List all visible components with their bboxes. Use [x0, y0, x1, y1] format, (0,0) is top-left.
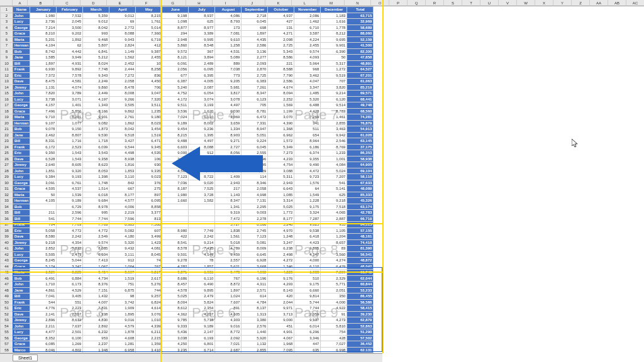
data-cell[interactable]: 7,095	[268, 347, 294, 353]
col-K[interactable]: K	[265, 0, 292, 6]
data-cell[interactable]: 1,897	[242, 31, 268, 37]
data-cell[interactable]: 6,383	[242, 79, 268, 85]
data-cell[interactable]: 767	[215, 275, 242, 282]
data-cell[interactable]: 9,610	[215, 36, 242, 43]
data-cell[interactable]: 7,269	[294, 114, 321, 121]
data-cell[interactable]: 56,541	[347, 251, 374, 258]
data-cell[interactable]: 5,920	[242, 335, 268, 341]
data-cell[interactable]: 705	[242, 102, 268, 109]
data-cell[interactable]: 3,560	[321, 251, 347, 258]
data-cell[interactable]: 294	[162, 31, 189, 37]
data-cell[interactable]: 2,278	[242, 216, 268, 222]
data-cell[interactable]: Jane	[13, 132, 30, 138]
data-cell[interactable]: 1,572	[268, 138, 294, 145]
data-cell[interactable]: 6,643	[268, 186, 294, 192]
data-cell[interactable]: 5,058	[30, 228, 57, 234]
data-cell[interactable]: 211	[30, 210, 57, 216]
data-cell[interactable]: 9,544	[109, 144, 136, 150]
data-cell[interactable]: 1,183	[321, 13, 347, 19]
data-cell[interactable]: 63,145	[347, 138, 374, 145]
data-cell[interactable]: 6,928	[242, 258, 268, 264]
data-cell[interactable]: 1,853	[109, 168, 136, 174]
data-cell[interactable]	[162, 210, 189, 216]
data-cell[interactable]: 2,725	[242, 72, 268, 79]
data-cell[interactable]: 367	[189, 48, 215, 55]
data-cell[interactable]: 9,785	[162, 317, 189, 324]
data-cell[interactable]: 1,660	[162, 198, 189, 204]
data-cell[interactable]: 1,772	[268, 210, 294, 216]
data-cell[interactable]: 4,579	[109, 323, 136, 329]
data-cell[interactable]: 1,272	[321, 67, 347, 73]
data-cell[interactable]: 9,459	[215, 251, 242, 258]
data-cell[interactable]: 78	[189, 258, 215, 264]
col-AB[interactable]: AB	[608, 0, 626, 6]
data-cell[interactable]: 1,313	[242, 311, 268, 317]
data-cell[interactable]: 541	[30, 216, 57, 222]
data-cell[interactable]: 8,964	[294, 138, 321, 145]
data-cell[interactable]: 2,718	[242, 13, 268, 19]
data-cell[interactable]: 8,612	[162, 305, 189, 312]
data-cell[interactable]: 7,744	[294, 305, 321, 312]
data-cell[interactable]: 5,311	[268, 174, 294, 180]
data-cell[interactable]: 3,247	[268, 239, 294, 246]
data-cell[interactable]: 2,745	[242, 228, 268, 234]
data-cell[interactable]: 3,078	[215, 96, 242, 102]
data-cell[interactable]: 2,586	[242, 43, 268, 49]
data-cell[interactable]: 3,166	[83, 108, 109, 114]
data-cell[interactable]	[162, 204, 189, 210]
data-cell[interactable]: 3,463	[321, 126, 347, 133]
data-cell[interactable]: 9,345	[136, 144, 162, 150]
data-cell[interactable]: Lucy	[13, 96, 30, 102]
data-cell[interactable]: 85,219	[347, 84, 374, 90]
col-G[interactable]: G	[160, 0, 186, 6]
sheet-tabs-bar[interactable]: Sheet1	[0, 353, 382, 362]
data-cell[interactable]: 1,401	[57, 102, 83, 109]
data-cell[interactable]: 8,094	[268, 90, 294, 97]
data-cell[interactable]: 7,703	[83, 222, 109, 228]
data-cell[interactable]: 9,023	[136, 174, 162, 180]
data-cell[interactable]: 5,248	[268, 222, 294, 228]
data-cell[interactable]: 677	[162, 72, 189, 79]
data-cell[interactable]: 7,123	[242, 234, 268, 240]
data-cell[interactable]: 3,587	[294, 31, 321, 37]
data-cell[interactable]: 7,214	[30, 25, 57, 31]
data-cell[interactable]: 6,296	[294, 329, 321, 336]
data-cell[interactable]: 842	[109, 180, 136, 186]
data-cell[interactable]: 5,317	[321, 60, 347, 67]
data-cell[interactable]: 754	[321, 329, 347, 336]
data-cell[interactable]: 1,461	[321, 114, 347, 121]
data-cell[interactable]: John	[13, 90, 30, 97]
data-cell[interactable]: John	[13, 13, 30, 19]
data-cell[interactable]: 6,123	[242, 96, 268, 102]
data-cell[interactable]: 5,621	[215, 263, 242, 270]
data-cell[interactable]: 412	[136, 43, 162, 49]
data-cell[interactable]: 3,742	[109, 299, 136, 305]
data-cell[interactable]: 5,349	[268, 144, 294, 150]
data-cell[interactable]: 62,044	[347, 275, 374, 282]
data-cell[interactable]: 4,497	[189, 138, 215, 145]
data-cell[interactable]: 1,569	[268, 102, 294, 109]
data-cell[interactable]: 7,578	[57, 72, 83, 79]
data-cell[interactable]: 5,240	[162, 84, 189, 90]
data-cell[interactable]: 69	[109, 19, 136, 25]
data-cell[interactable]: 5,014	[136, 25, 162, 31]
data-cell[interactable]: 9,193	[57, 174, 83, 180]
data-cell[interactable]: 4,257	[189, 311, 215, 317]
data-cell[interactable]: 1,348	[83, 347, 109, 353]
data-cell[interactable]: 2,761	[109, 114, 136, 121]
sheet-tab[interactable]: Sheet1	[13, 354, 38, 361]
col-W[interactable]: W	[517, 0, 535, 6]
data-cell[interactable]: 7,744	[57, 216, 83, 222]
data-cell[interactable]: 1,838	[215, 228, 242, 234]
col-Z[interactable]: Z	[572, 0, 590, 6]
data-cell[interactable]: 5,025	[162, 293, 189, 300]
data-cell[interactable]: 422	[162, 234, 189, 240]
data-cell[interactable]: Dave	[13, 156, 30, 162]
data-cell[interactable]: 2,051	[321, 287, 347, 293]
data-cell[interactable]: 4,605	[215, 311, 242, 317]
header-cell[interactable]: May	[136, 7, 162, 13]
data-cell[interactable]: 1,897	[30, 60, 57, 67]
data-cell[interactable]: 7,744	[83, 216, 109, 222]
data-cell[interactable]: 1,131	[30, 84, 57, 90]
data-cell[interactable]: Frank	[13, 67, 30, 73]
